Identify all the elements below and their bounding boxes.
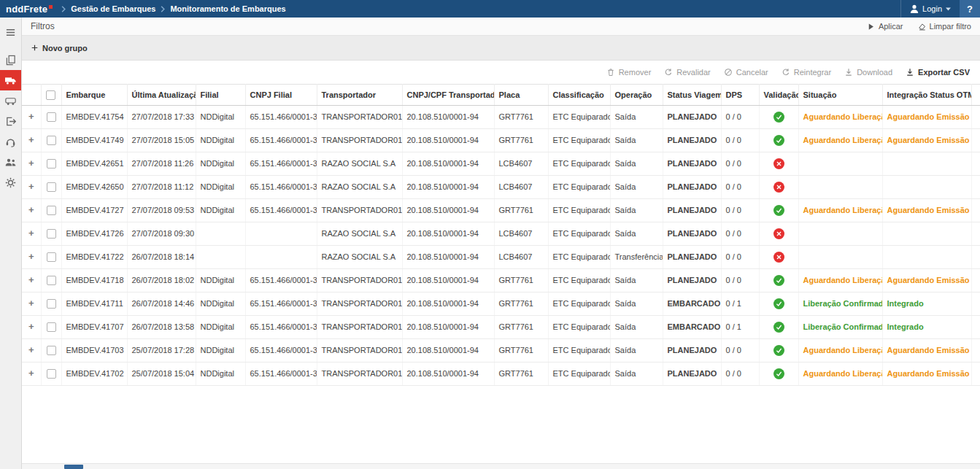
expand-row-button[interactable]: + [28, 228, 34, 239]
column-header-embarque[interactable]: Embarque [61, 85, 127, 106]
sidebar-item-exit[interactable] [0, 111, 21, 131]
expand-row-button[interactable]: + [28, 134, 34, 145]
new-group-button[interactable]: Novo grupo [31, 44, 88, 53]
cell-cnpj_filial [245, 222, 317, 245]
app-logo[interactable]: nddFrete [0, 4, 61, 15]
table-row[interactable]: +EMBDEV.4171826/07/2018 18:02NDDigital65… [22, 268, 980, 292]
table-row[interactable]: +EMBDEV.4172627/07/2018 09:30RAZAO SOCIA… [22, 222, 980, 245]
row-checkbox[interactable] [47, 206, 56, 215]
column-header-transportador[interactable]: Transportador [317, 85, 402, 106]
expand-row-button[interactable]: + [28, 274, 34, 285]
expand-row-button[interactable]: + [28, 111, 34, 122]
cell-transportador: TRANSPORTADOR01 [317, 128, 402, 152]
row-checkbox[interactable] [47, 276, 56, 285]
toolbar-download-button[interactable]: Download [844, 68, 892, 77]
row-checkbox[interactable] [47, 112, 56, 122]
table-row[interactable]: +EMBDEV.4170726/07/2018 13:58NDDigital65… [22, 315, 980, 338]
column-header-situa-o[interactable]: Situação [798, 85, 882, 106]
cell-atualizacao: 26/07/2018 18:02 [127, 268, 196, 292]
cell-cnpj_filial: 65.151.466/0001-33 [245, 128, 317, 152]
filters-bar: Filtros Aplicar Limpar filtro [22, 18, 980, 36]
row-checkbox[interactable] [47, 299, 56, 309]
expand-row-button[interactable]: + [28, 368, 34, 379]
toolbar-exportar-csv-button[interactable]: Exportar CSV [906, 68, 970, 77]
row-checkbox[interactable] [47, 229, 56, 239]
cell-embarque: EMBDEV.41726 [61, 222, 127, 245]
expand-row-button[interactable]: + [28, 181, 34, 192]
column-header-status-viagem[interactable]: Status Viagem [663, 85, 721, 106]
column-header--ltima-atualiza-o[interactable]: Última Atualização [127, 85, 196, 106]
apply-filter-button[interactable]: Aplicar [867, 22, 903, 31]
row-checkbox[interactable] [47, 369, 56, 379]
table-row[interactable]: +EMBDEV.4171126/07/2018 14:46NDDigital65… [22, 292, 980, 315]
table-row[interactable]: +EMBDEV.4265127/07/2018 11:26NDDigital65… [22, 152, 980, 175]
column-header-dps[interactable]: DPS [721, 85, 759, 106]
expand-row-button[interactable]: + [28, 344, 34, 355]
cell-transportador: RAZAO SOCIAL S.A [317, 222, 402, 245]
sidebar-item-settings[interactable] [0, 172, 21, 193]
table-row[interactable]: +EMBDEV.4172727/07/2018 09:53NDDigital65… [22, 198, 980, 222]
breadcrumb-item-gestao[interactable]: Gestão de Embarques [71, 4, 155, 13]
cell-classificacao: ETC Equiparado [548, 315, 610, 338]
scrollbar-thumb[interactable] [64, 465, 83, 469]
refresh-icon [664, 68, 673, 77]
column-header-cnpj-cpf-transportador[interactable]: CNPJ/CPF Transportador [402, 85, 494, 106]
row-checkbox[interactable] [47, 252, 56, 262]
table-row[interactable]: +EMBDEV.4172226/07/2018 18:14RAZAO SOCIA… [22, 245, 980, 268]
expand-row-button[interactable]: + [28, 298, 34, 309]
sidebar-item-documents[interactable] [0, 50, 21, 70]
toolbar-cancelar-button[interactable]: Cancelar [724, 68, 768, 77]
download-icon [844, 68, 853, 77]
toolbar-reintegrar-button[interactable]: Reintegrar [782, 68, 831, 77]
cell-embarque: EMBDEV.42651 [61, 152, 127, 175]
sidebar-item-vehicle[interactable] [0, 90, 21, 111]
support-icon [5, 136, 16, 147]
cell-embarque: EMBDEV.42650 [61, 175, 127, 198]
column-header-placa[interactable]: Placa [494, 85, 548, 106]
expand-row-button[interactable]: + [28, 158, 34, 168]
row-checkbox[interactable] [47, 159, 56, 168]
column-header-cnpj-filial[interactable]: CNPJ Filial [245, 85, 317, 106]
column-header-valida-o[interactable]: Validação [759, 85, 798, 106]
cell-dps: 0 / 0 [721, 175, 759, 198]
row-checkbox[interactable] [47, 182, 56, 192]
horizontal-scrollbar[interactable] [22, 463, 980, 469]
table-row[interactable]: +EMBDEV.4170325/07/2018 17:28NDDigital65… [22, 338, 980, 362]
valid-check-icon [773, 322, 784, 333]
column-header-classifica-o[interactable]: Classificação [548, 85, 610, 106]
expand-row-button[interactable]: + [28, 321, 34, 332]
cell-placa: GRT7761 [494, 362, 548, 385]
sidebar-item-users[interactable] [0, 152, 21, 172]
sidebar-item-truck[interactable] [0, 70, 21, 90]
sidebar-item-support[interactable] [0, 131, 21, 152]
filters-title: Filtros [31, 21, 55, 31]
expand-row-button[interactable]: + [28, 204, 34, 215]
login-menu[interactable]: Login [900, 0, 960, 18]
cell-placa: GRT7761 [494, 105, 548, 128]
help-button[interactable]: ? [960, 0, 980, 18]
column-header-integra-o-status-otm[interactable]: Integração Status OTM [882, 85, 971, 106]
row-checkbox[interactable] [47, 322, 56, 332]
cell-transportador: TRANSPORTADOR01 [317, 292, 402, 315]
cell-integracao: Integrado [882, 292, 971, 315]
toolbar-remover-button[interactable]: Remover [606, 68, 652, 77]
toolbar-revalidar-button[interactable]: Revalidar [664, 68, 710, 77]
clear-filter-button[interactable]: Limpar filtro [918, 22, 971, 31]
column-header-filial[interactable]: Filial [196, 85, 245, 106]
cell-operacao: Saída [610, 292, 663, 315]
table-row[interactable]: +EMBDEV.4175427/07/2018 17:33NDDigital65… [22, 105, 980, 128]
breadcrumb-item-monitoramento[interactable]: Monitoramento de Embarques [170, 4, 285, 13]
select-all-checkbox[interactable] [46, 90, 55, 100]
cell-filial: NDDigital [196, 315, 245, 338]
table-row[interactable]: +EMBDEV.4265027/07/2018 11:12NDDigital65… [22, 175, 980, 198]
invalid-x-icon [773, 252, 784, 263]
row-checkbox[interactable] [47, 136, 56, 145]
valid-check-icon [773, 112, 784, 123]
expand-row-button[interactable]: + [28, 251, 34, 262]
column-header-opera-o[interactable]: Operação [610, 85, 663, 106]
table-row[interactable]: +EMBDEV.4170225/07/2018 15:04NDDigital65… [22, 362, 980, 385]
table-row[interactable]: +EMBDEV.4174927/07/2018 15:05NDDigital65… [22, 128, 980, 152]
row-checkbox[interactable] [47, 346, 56, 355]
sidebar-item-menu[interactable] [0, 22, 21, 42]
cell-embarque: EMBDEV.41702 [61, 362, 127, 385]
